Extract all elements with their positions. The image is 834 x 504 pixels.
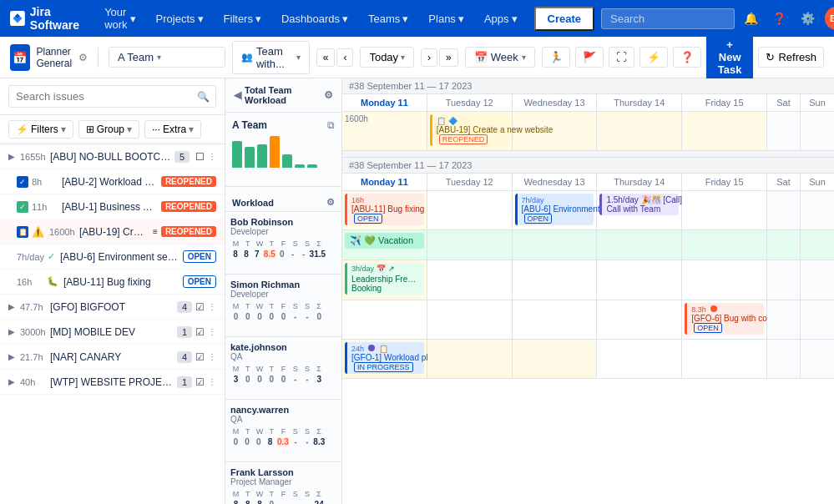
cal-cell-fri bbox=[682, 112, 767, 150]
team-with-selector[interactable]: 👥 Team with... ▾ bbox=[232, 41, 310, 74]
logo-text: Jira Software bbox=[30, 5, 84, 32]
simon-thu-cell bbox=[597, 230, 682, 260]
filter-icon-btn[interactable]: ⚡ bbox=[639, 47, 668, 68]
frank-wed-cell bbox=[513, 340, 598, 378]
top-search-input[interactable] bbox=[601, 8, 735, 29]
group-button[interactable]: ⊞ Group ▾ bbox=[78, 120, 139, 139]
cal-cell-mon: 1600h bbox=[342, 112, 427, 150]
kate-tue-cell bbox=[427, 260, 513, 300]
apps-menu[interactable]: Apps ▾ bbox=[478, 9, 524, 28]
frank-sat-cell bbox=[767, 340, 801, 378]
copy-icon[interactable]: ⧉ bbox=[327, 119, 335, 131]
view-selector[interactable]: 📅 Week ▾ bbox=[465, 47, 535, 68]
calendar-icon: 🔷 bbox=[448, 117, 457, 125]
bob-mon-cell: 16h [ABU-11] Bug fixing OPEN bbox=[342, 191, 427, 229]
list-item[interactable]: ▶ 47.7h [GFO] BIGFOOT 4 ☑ ⋮ bbox=[0, 295, 225, 320]
list-item[interactable]: 16h 🐛 [ABU-11] Bug fixing OPEN bbox=[0, 270, 225, 295]
teams-menu[interactable]: Teams ▾ bbox=[361, 9, 415, 28]
person-days-header: MTWTFSSΣ bbox=[230, 490, 336, 498]
help-circle-icon-btn[interactable]: ❓ bbox=[673, 47, 701, 68]
day-header-sun: Sun bbox=[801, 94, 834, 111]
settings-icon[interactable]: ⚙ bbox=[324, 89, 333, 101]
total-workload-header: ◀ Total Team Workload ⚙ bbox=[225, 78, 341, 113]
notifications-icon[interactable]: 🔔 bbox=[740, 7, 763, 30]
list-item[interactable]: ✓ 11h [ABU-1] Business Analytics. ... RE… bbox=[0, 194, 225, 219]
frank-thu-cell bbox=[597, 340, 682, 378]
person-days-header: MTWTFSSΣ bbox=[230, 365, 336, 373]
frank-fri-cell bbox=[682, 340, 767, 378]
plans-menu[interactable]: Plans ▾ bbox=[422, 9, 471, 28]
logo[interactable]: Jira Software bbox=[10, 5, 84, 32]
extra-icon: ··· bbox=[152, 123, 160, 135]
list-item[interactable]: ✓ 8h [ABU-2] Workload planning REOPENED bbox=[0, 169, 225, 194]
refresh-button[interactable]: ↻ Refresh bbox=[758, 47, 824, 68]
skip-forward-button[interactable]: » bbox=[439, 48, 458, 67]
settings-cog-icon[interactable]: ⚙ bbox=[78, 52, 88, 63]
person-days-values: 0 0 0 0 0 - - 0 bbox=[230, 312, 336, 321]
filters-button[interactable]: ⚡ Filters ▾ bbox=[8, 120, 73, 139]
person-role: Developer bbox=[230, 227, 336, 236]
projects-menu[interactable]: Projects ▾ bbox=[149, 9, 210, 28]
expand-icon: ▶ bbox=[8, 327, 15, 336]
dashboards-menu[interactable]: Dashboards ▾ bbox=[275, 9, 355, 28]
calendar-event[interactable]: 3h/day 📅 ↗ Leadership Freak | Booking bbox=[345, 263, 424, 295]
workload-section-header: Workload ⚙ bbox=[225, 194, 341, 212]
calendar-event[interactable]: 7h/day [ABU-6] Environment setup OPEN bbox=[515, 194, 594, 225]
fullscreen-icon-btn[interactable]: ⛶ bbox=[609, 47, 634, 68]
day-header-tue: Tuesday 12 bbox=[427, 94, 513, 111]
team-bar-chart bbox=[232, 134, 335, 168]
calendar-event[interactable]: 1.5h/day 🎉🎊 [Call] Call with Team bbox=[599, 194, 679, 215]
sprint-icon-btn[interactable]: 🏃 bbox=[542, 47, 570, 68]
calendar-event[interactable]: 📋 🔷 [ABU-19] Create a new website REOPEN… bbox=[430, 114, 509, 146]
skip-back-button[interactable]: « bbox=[316, 48, 336, 67]
list-item[interactable]: 📋 ⚠️ 1600h [ABU-19] Create a new website… bbox=[0, 219, 225, 244]
list-item[interactable]: 7h/day ✓ [ABU-6] Environment setup OPEN bbox=[0, 244, 225, 270]
list-item[interactable]: ▶ 3000h [MD] MOBILE DEV 1 ☑ ⋮ bbox=[0, 320, 225, 345]
vacation-event[interactable]: ✈️ 💚 Vacation bbox=[345, 233, 424, 249]
checkbox-icon: ☑ bbox=[195, 376, 205, 388]
day-header-wed: Wednesday 13 bbox=[513, 94, 598, 111]
calendar-event[interactable]: 24h 📋 [GFO-1] Workload planning IN PROGR… bbox=[345, 342, 424, 374]
collapse-button[interactable]: ◀ bbox=[234, 89, 241, 101]
new-task-button[interactable]: + New Task bbox=[706, 33, 754, 81]
list-item[interactable]: ▶ 1655h [ABU] NO-BULL BOOTCAMP 5 ☐ ⋮ bbox=[0, 144, 225, 169]
status-badge: REOPENED bbox=[161, 201, 216, 212]
person-row-bob: Bob Robinson Developer MTWTFSSΣ 8 8 7 8.… bbox=[225, 212, 341, 264]
nancy-sat-cell bbox=[767, 300, 801, 339]
frank-tue-cell bbox=[427, 340, 513, 378]
workload-row-frank: 24h 📋 [GFO-1] Workload planning IN PROGR… bbox=[342, 340, 834, 379]
planner-icon: 📅 bbox=[10, 44, 30, 71]
second-toolbar: 📅 Planner General ⚙ A Team ▾ 👥 Team with… bbox=[0, 37, 834, 78]
share-icon: ↗ bbox=[388, 265, 395, 273]
calendar-event[interactable]: 8.3h [GFO-6] Bug with colors OPEN bbox=[685, 303, 764, 335]
team-selector[interactable]: A Team ▾ bbox=[109, 47, 225, 68]
create-button[interactable]: Create bbox=[534, 7, 594, 31]
list-item[interactable]: ▶ 21.7h [NAR] CANARY 4 ☑ ⋮ bbox=[0, 345, 225, 370]
expand-icon: ▶ bbox=[8, 152, 15, 161]
list-item[interactable]: ▶ 40h [WTP] WEBSITE PROJECT 1 ☑ ⋮ bbox=[0, 370, 225, 395]
filters-menu[interactable]: Filters ▾ bbox=[217, 9, 268, 28]
day-header-fri: Friday 15 bbox=[682, 94, 767, 111]
next-button[interactable]: › bbox=[421, 48, 437, 67]
purple-dot bbox=[368, 345, 375, 351]
avatar[interactable]: BR bbox=[825, 7, 834, 30]
person-days-values: 0 0 0 8 0.3 - - 8.3 bbox=[230, 437, 336, 446]
settings-icon[interactable]: ⚙️ bbox=[796, 7, 820, 30]
bob-sat-cell bbox=[767, 191, 801, 229]
person-role: Project Manager bbox=[230, 477, 336, 486]
person-days-values: 8 8 7 8.5 0 - - 31.5 bbox=[230, 249, 336, 259]
top-calendar-section: #38 September 11 — 17 2023 Monday 11 Tue… bbox=[342, 78, 834, 151]
workload-settings-icon[interactable]: ⚙ bbox=[326, 197, 335, 208]
extra-button[interactable]: ··· Extra ▾ bbox=[144, 120, 201, 139]
search-input[interactable] bbox=[8, 85, 216, 108]
your-work-menu[interactable]: Your work ▾ bbox=[98, 3, 142, 34]
nancy-sun-cell bbox=[801, 300, 834, 339]
help-icon[interactable]: ❓ bbox=[768, 7, 791, 30]
flag-icon-btn[interactable]: 🚩 bbox=[575, 47, 604, 68]
today-button[interactable]: Today ▾ bbox=[360, 47, 414, 68]
sidebar-search-area: 🔍 bbox=[0, 78, 225, 115]
expand-icon-2: ⋮ bbox=[208, 152, 216, 161]
calendar-event[interactable]: 16h [ABU-11] Bug fixing OPEN bbox=[345, 194, 424, 225]
prev-button[interactable]: ‹ bbox=[336, 48, 353, 67]
bar-chart-bar bbox=[282, 154, 292, 168]
